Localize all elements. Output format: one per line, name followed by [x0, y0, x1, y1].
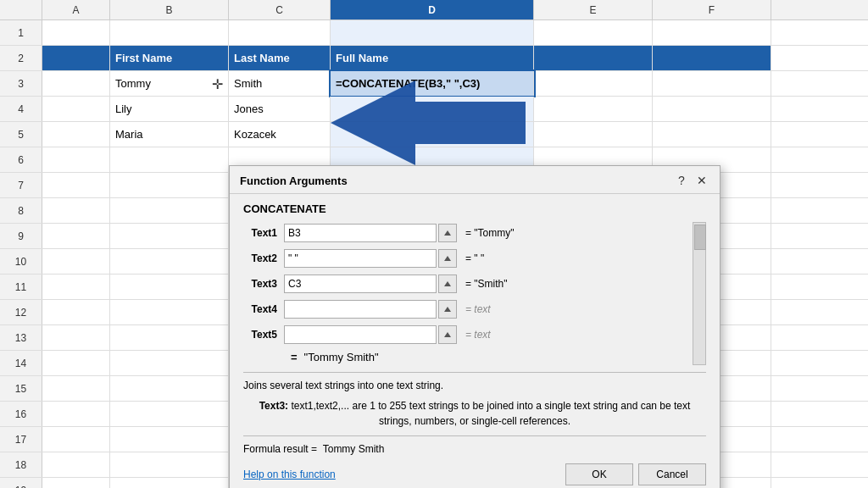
row-num-1: 1 — [0, 20, 42, 45]
cell-f5[interactable] — [653, 122, 771, 147]
scrollbar-thumb[interactable] — [694, 225, 706, 250]
dialog-help-button[interactable]: ? — [674, 173, 689, 188]
arg-input-text3[interactable] — [284, 274, 437, 293]
cell-d5[interactable] — [331, 122, 534, 147]
arg-row-text1: Text1 = "Tommy" — [243, 222, 681, 244]
arg-row-text4: Text4 = text — [243, 298, 681, 320]
dialog-footer: Help on this function OK Cancel — [243, 460, 706, 485]
col-header-d[interactable]: D — [331, 0, 534, 19]
formula-result-line: Formula result = Tommy Smith — [243, 443, 706, 455]
text3-help: Text3: text1,text2,... are 1 to 255 text… — [243, 398, 706, 429]
cell-d1[interactable] — [331, 20, 534, 45]
cell-e3[interactable] — [534, 71, 653, 96]
arg-collapse-btn-text5[interactable] — [438, 325, 457, 344]
cell-f1[interactable] — [653, 20, 771, 45]
row-num-4: 4 — [0, 97, 42, 121]
col-header-b[interactable]: B — [110, 0, 229, 19]
cell-a5[interactable] — [42, 122, 110, 147]
arg-input-wrap-text2: = " " — [284, 249, 681, 268]
col-header-c[interactable]: C — [229, 0, 331, 19]
row-num-2: 2 — [0, 46, 42, 70]
cell-d2[interactable]: Full Name — [331, 46, 534, 70]
arg-row-text3: Text3 = "Smith" — [243, 273, 681, 295]
corner-cell — [0, 0, 42, 19]
cell-b5[interactable]: Maria — [110, 122, 229, 147]
help-link[interactable]: Help on this function — [243, 469, 336, 480]
svg-marker-4 — [444, 281, 451, 286]
args-area: Text1 = "Tommy" Text2 — [243, 222, 706, 365]
row-5: 5 Maria Kozacek — [0, 122, 868, 147]
cell-d3[interactable]: =CONCATENATE(B3," ",C3) — [331, 71, 534, 96]
dialog-title: Function Arguments — [240, 175, 348, 187]
arg-collapse-btn-text4[interactable] — [438, 300, 457, 319]
svg-marker-3 — [444, 256, 451, 261]
arg-result-text1: = "Tommy" — [465, 227, 515, 239]
arg-label-text4: Text4 — [243, 303, 284, 315]
cell-b2[interactable]: First Name — [110, 46, 229, 70]
cell-f2[interactable] — [653, 46, 771, 70]
arg-label-text2: Text2 — [243, 252, 284, 264]
dialog-controls: ? ✕ — [674, 173, 709, 188]
arg-result-text5: = text — [465, 329, 491, 341]
arg-input-text5[interactable] — [284, 325, 437, 344]
arg-row-text5: Text5 = text — [243, 324, 681, 346]
dialog-btn-group: OK Cancel — [565, 463, 706, 485]
cell-e1[interactable] — [534, 20, 653, 45]
cell-b1[interactable] — [110, 20, 229, 45]
arg-label-text1: Text1 — [243, 227, 284, 239]
cell-c5[interactable]: Kozacek — [229, 122, 331, 147]
dialog-body: CONCATENATE Text1 = "Tommy" — [230, 194, 720, 488]
function-name: CONCATENATE — [243, 202, 706, 215]
cell-a3[interactable] — [42, 71, 110, 96]
arg-label-text3: Text3 — [243, 278, 284, 290]
arg-input-text2[interactable] — [284, 249, 437, 268]
cell-c3[interactable]: Smith — [229, 71, 331, 96]
arg-input-wrap-text1: = "Tommy" — [284, 224, 681, 242]
cell-c2[interactable]: Last Name — [229, 46, 331, 70]
col-header-f[interactable]: F — [653, 0, 771, 19]
row-num-3: 3 — [0, 71, 42, 96]
col-header-e[interactable]: E — [534, 0, 653, 19]
cell-b4[interactable]: Lily — [110, 97, 229, 121]
cell-d4[interactable] — [331, 97, 534, 121]
dialog-close-button[interactable]: ✕ — [694, 173, 709, 188]
arg-result-text4: = text — [465, 303, 491, 315]
text3-help-text: text1,text2,... are 1 to 255 text string… — [291, 400, 690, 427]
arg-input-text4[interactable] — [284, 300, 437, 319]
arg-collapse-btn-text3[interactable] — [438, 274, 457, 293]
arg-input-wrap-text5: = text — [284, 325, 681, 344]
function-arguments-dialog[interactable]: Function Arguments ? ✕ CONCATENATE Text1 — [229, 165, 721, 488]
cell-e4[interactable] — [534, 97, 653, 121]
col-header-a[interactable]: A — [42, 0, 110, 19]
arg-result-text2: = " " — [465, 252, 484, 264]
cell-c1[interactable] — [229, 20, 331, 45]
divider-2 — [243, 435, 706, 436]
cell-e5[interactable] — [534, 122, 653, 147]
arg-input-wrap-text3: = "Smith" — [284, 274, 681, 293]
dialog-scrollbar[interactable] — [693, 222, 706, 365]
cell-a4[interactable] — [42, 97, 110, 121]
svg-marker-6 — [444, 332, 451, 337]
formula-result-label: Formula result = — [243, 443, 317, 455]
svg-marker-2 — [444, 230, 451, 236]
row-4: 4 Lily Jones — [0, 97, 868, 122]
row-1: 1 — [0, 20, 868, 46]
cell-f4[interactable] — [653, 97, 771, 121]
ok-button[interactable]: OK — [565, 463, 633, 485]
arg-input-text1[interactable] — [284, 224, 437, 242]
formula-result-display: Tommy Smith — [323, 443, 385, 455]
arg-collapse-btn-text1[interactable] — [438, 224, 457, 242]
cell-c4[interactable]: Jones — [229, 97, 331, 121]
cell-e2[interactable] — [534, 46, 653, 70]
svg-marker-5 — [444, 307, 451, 312]
cell-a2[interactable] — [42, 46, 110, 70]
arg-collapse-btn-text2[interactable] — [438, 249, 457, 268]
divider-1 — [243, 372, 706, 373]
cell-a1[interactable] — [42, 20, 110, 45]
cancel-button[interactable]: Cancel — [638, 463, 706, 485]
row-3: 3 Tommy ✛ Smith =CONCATENATE(B3," ",C3) — [0, 71, 868, 97]
cell-b3[interactable]: Tommy ✛ — [110, 71, 229, 96]
row-2: 2 First Name Last Name Full Name — [0, 46, 868, 71]
cell-f3[interactable] — [653, 71, 771, 96]
row-num-5: 5 — [0, 122, 42, 147]
